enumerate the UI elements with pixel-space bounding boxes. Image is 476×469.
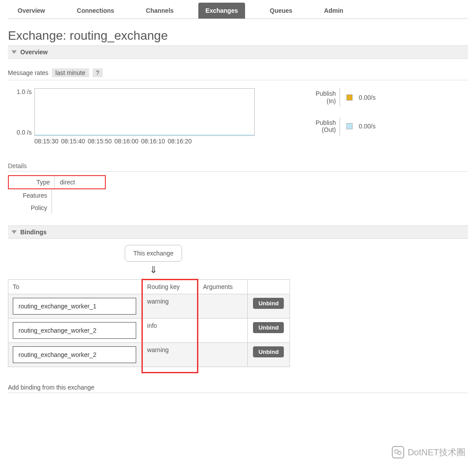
binding-routing-key: warning	[142, 343, 198, 367]
details-policy-label: Policy	[8, 202, 52, 214]
help-button[interactable]: ?	[93, 68, 103, 77]
message-rates-row: Message rates last minute ?	[8, 68, 468, 80]
message-rates-range[interactable]: last minute	[52, 68, 89, 77]
down-arrow-icon: ⇓	[149, 265, 157, 275]
page-title: Exchange: routing_exchange	[8, 29, 468, 43]
chart-plot-area	[34, 88, 255, 136]
unbind-button[interactable]: Unbind	[253, 346, 284, 357]
legend-publish-out-value: 0.00/s	[359, 123, 376, 130]
legend-publish-in-label-b: (In)	[327, 98, 336, 105]
binding-row: routing_exchange_worker_1 warning Unbind	[8, 294, 290, 319]
message-rates-label: Message rates	[8, 69, 48, 76]
details-features-value	[52, 189, 63, 202]
add-binding-header: Add binding from this exchange	[8, 384, 468, 393]
message-rates-chart-row: 1.0 /s 0.0 /s 08:15:30 08:15:40 08:15:50…	[8, 88, 468, 145]
tab-exchanges[interactable]: Exchanges	[198, 3, 245, 19]
details-features-label: Features	[8, 189, 52, 202]
y-tick-min: 0.0 /s	[17, 129, 32, 136]
legend-publish-in-label-a: Publish	[316, 90, 336, 97]
x-tick: 08:15:30	[34, 138, 59, 145]
col-arguments: Arguments	[198, 280, 247, 294]
main-tabs: Overview Connections Channels Exchanges …	[8, 0, 468, 19]
binding-row: routing_exchange_worker_2 warning Unbind	[8, 343, 290, 367]
unbind-button[interactable]: Unbind	[253, 322, 284, 333]
message-rates-chart: 1.0 /s 0.0 /s 08:15:30 08:15:40 08:15:50…	[8, 88, 264, 145]
chart-series-line	[35, 135, 254, 135]
bindings-flow: This exchange ⇓	[8, 245, 299, 275]
legend-publish-in-value: 0.00/s	[359, 94, 376, 101]
details-type-label: Type	[11, 176, 55, 188]
binding-destination-link[interactable]: routing_exchange_worker_2	[13, 322, 136, 339]
section-header-bindings[interactable]: Bindings	[8, 225, 468, 239]
x-tick: 08:15:50	[88, 138, 112, 145]
details-policy-value	[52, 202, 63, 214]
details-header: Details	[8, 162, 468, 172]
legend-publish-out-label-a: Publish	[316, 119, 336, 126]
swatch-publish-in	[346, 94, 353, 101]
tab-channels[interactable]: Channels	[139, 3, 181, 19]
unbind-button[interactable]: Unbind	[253, 298, 284, 309]
tab-connections[interactable]: Connections	[70, 3, 121, 19]
tab-queues[interactable]: Queues	[263, 3, 299, 19]
exchange-name: routing_exchange	[70, 29, 168, 42]
legend-publish-in: Publish (In) 0.00/s	[287, 88, 376, 107]
details-table: Type direct Features Policy	[8, 175, 468, 214]
col-actions	[247, 280, 290, 294]
y-tick-max: 1.0 /s	[17, 88, 32, 95]
section-header-overview-label: Overview	[20, 49, 48, 56]
binding-arguments	[198, 294, 247, 319]
x-tick: 08:16:10	[141, 138, 165, 145]
binding-arguments	[198, 319, 247, 343]
tab-admin[interactable]: Admin	[317, 3, 350, 19]
x-tick: 08:16:00	[115, 138, 139, 145]
chevron-down-icon	[11, 230, 17, 234]
section-header-bindings-label: Bindings	[20, 229, 47, 236]
chevron-down-icon	[11, 50, 17, 54]
this-exchange-box: This exchange	[125, 245, 182, 262]
col-to: To	[8, 280, 143, 294]
page-title-prefix: Exchange:	[8, 29, 70, 42]
details-type-value: direct	[55, 176, 80, 188]
x-tick: 08:16:20	[168, 138, 192, 145]
col-routing-key: Routing key	[142, 280, 198, 294]
tab-overview[interactable]: Overview	[11, 3, 52, 19]
binding-arguments	[198, 343, 247, 367]
swatch-publish-out	[346, 123, 353, 129]
binding-routing-key: warning	[142, 294, 198, 319]
binding-destination-link[interactable]: routing_exchange_worker_2	[13, 346, 136, 363]
section-header-overview[interactable]: Overview	[8, 45, 468, 59]
bindings-table: To Routing key Arguments routing_exchang…	[8, 279, 290, 367]
binding-destination-link[interactable]: routing_exchange_worker_1	[13, 298, 136, 315]
binding-routing-key: info	[142, 319, 198, 343]
bindings-header-row: To Routing key Arguments	[8, 280, 290, 294]
legend-publish-out: Publish (Out) 0.00/s	[287, 117, 376, 136]
chart-legend: Publish (In) 0.00/s Publish (Out) 0.00/s	[287, 88, 376, 135]
legend-publish-out-label-b: (Out)	[322, 126, 336, 133]
x-tick: 08:15:40	[61, 138, 86, 145]
chart-x-axis: 08:15:30 08:15:40 08:15:50 08:16:00 08:1…	[34, 136, 264, 145]
binding-row: routing_exchange_worker_2 info Unbind	[8, 319, 290, 343]
